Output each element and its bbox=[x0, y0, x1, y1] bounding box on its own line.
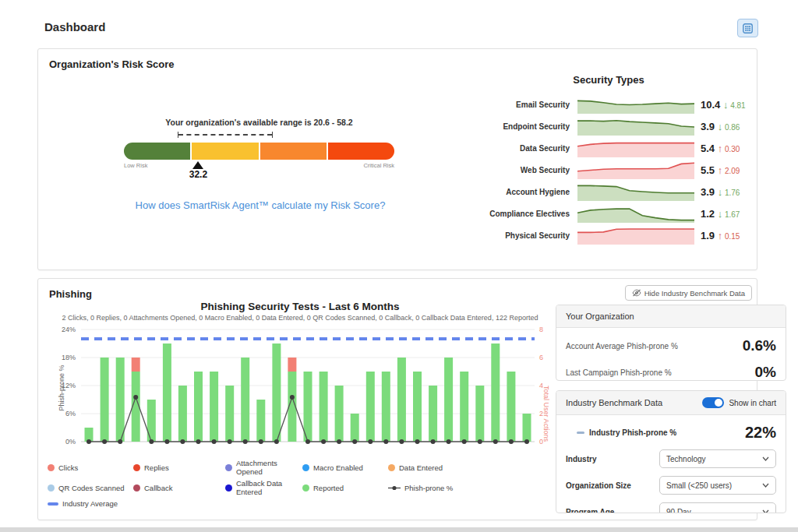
page-title: Dashboard bbox=[44, 20, 105, 33]
show-in-chart-label: Show in chart bbox=[729, 399, 776, 407]
chevron-down-icon bbox=[762, 456, 769, 461]
legend-item: Data Entered bbox=[388, 459, 553, 476]
industry-field-row: Industry Technology bbox=[556, 446, 786, 472]
org-size-field-label: Organization Size bbox=[566, 481, 631, 490]
grid-icon bbox=[743, 23, 753, 33]
chart-title: Phishing Security Tests - Last 6 Months bbox=[48, 301, 553, 312]
phishing-panel: Phishing Hide Industry Benchmark Data Ph… bbox=[37, 278, 757, 520]
chart-legend: ClicksRepliesAttachments OpenedMacro Ena… bbox=[48, 459, 553, 508]
legend-dot-icon bbox=[48, 464, 55, 471]
program-age-field-row: Program Age 90 Day bbox=[556, 499, 786, 513]
dashboard-grid-button[interactable] bbox=[737, 19, 758, 37]
dashboard-page: Dashboard Organization's Risk Score Your… bbox=[0, 0, 798, 532]
risk-gauge-segment-2 bbox=[260, 143, 327, 160]
toggle-knob bbox=[715, 399, 722, 407]
risk-gauge-bar bbox=[124, 143, 394, 160]
risk-score-pointer bbox=[192, 161, 203, 169]
risk-range-indicator bbox=[178, 132, 272, 138]
org-average-value: 0.6% bbox=[743, 337, 776, 354]
endpoint-security-sparkline bbox=[577, 118, 694, 136]
security-type-value: 1.2 ↓ 1.67 bbox=[694, 208, 740, 220]
security-type-delta: 1.76 bbox=[722, 188, 740, 197]
chevron-down-icon bbox=[762, 483, 769, 488]
legend-item: Phish-prone % bbox=[388, 479, 553, 496]
legend-label: Replies bbox=[144, 463, 169, 472]
security-type-row-0: Email Security10.4 ↓ 4.81 bbox=[468, 93, 749, 115]
legend-label: Reported bbox=[313, 484, 344, 492]
legend-item: Callback Data Entered bbox=[225, 479, 302, 496]
security-type-label: Endpoint Security bbox=[468, 122, 577, 131]
left-axis-tick: 12% bbox=[48, 382, 76, 389]
legend-label: Attachments Opened bbox=[236, 459, 302, 476]
email-security-sparkline bbox=[577, 96, 694, 114]
security-type-delta: 4.81 bbox=[728, 101, 745, 110]
physical-security-sparkline bbox=[577, 227, 694, 245]
left-axis-tick: 18% bbox=[48, 354, 76, 361]
security-type-value: 3.9 ↓ 0.86 bbox=[694, 121, 740, 132]
legend-dash-icon bbox=[48, 502, 58, 506]
risk-gauge-segment-0 bbox=[124, 143, 190, 160]
industry-phish-prone-value: 22% bbox=[745, 424, 776, 442]
legend-item: Clicks bbox=[48, 459, 133, 476]
chevron-down-icon bbox=[762, 509, 769, 513]
legend-dot-icon bbox=[388, 464, 395, 471]
legend-item: Reported bbox=[302, 479, 388, 496]
legend-line-dot-icon bbox=[388, 484, 401, 491]
security-type-label: Compliance Electives bbox=[468, 210, 577, 218]
account-hygiene-sparkline bbox=[577, 183, 694, 201]
security-types-title: Security Types bbox=[468, 74, 749, 86]
right-axis-tick: 8 bbox=[539, 326, 543, 333]
risk-score-value: 32.2 bbox=[189, 169, 207, 180]
industry-benchmark-header: Industry Benchmark Data Show in chart bbox=[556, 391, 786, 415]
program-age-field-label: Program Age bbox=[566, 508, 614, 514]
phishing-plot-area: Phish-prone % Total User Actions 0%6%12%… bbox=[48, 323, 553, 453]
industry-phish-prone-label: Industry Phish-prone % bbox=[566, 428, 676, 437]
security-type-delta: 0.86 bbox=[722, 123, 740, 132]
industry-phish-prone-row: Industry Phish-prone % 22% bbox=[556, 420, 786, 446]
phishing-panel-title: Phishing bbox=[49, 288, 92, 300]
risk-score-help-link[interactable]: How does SmartRisk Agent™ calculate my R… bbox=[93, 199, 428, 211]
org-average-label: Account Average Phish-prone % bbox=[566, 342, 678, 351]
hide-industry-benchmark-button[interactable]: Hide Industry Benchmark Data bbox=[625, 285, 752, 301]
security-type-value: 10.4 ↓ 4.81 bbox=[694, 99, 746, 111]
industry-field-label: Industry bbox=[566, 455, 596, 463]
legend-label: Phish-prone % bbox=[404, 484, 453, 492]
legend-label: Callback bbox=[144, 484, 172, 492]
compliance-electives-sparkline bbox=[577, 205, 694, 223]
legend-label: Callback Data Entered bbox=[236, 479, 302, 496]
risk-low-label: Low Risk bbox=[124, 162, 147, 169]
legend-label: Macro Enabled bbox=[313, 463, 363, 472]
security-type-delta: 0.30 bbox=[722, 145, 740, 153]
phishing-chart: Phishing Security Tests - Last 6 Months … bbox=[48, 301, 553, 508]
eye-off-icon bbox=[632, 289, 641, 297]
security-type-row-6: Physical Security1.9 ↑ 0.15 bbox=[468, 224, 749, 246]
security-type-delta: 1.67 bbox=[722, 210, 740, 219]
program-age-select[interactable]: 90 Day bbox=[659, 502, 776, 513]
organization-size-select[interactable]: Small (<250 users) bbox=[659, 476, 776, 495]
left-axis-tick: 0% bbox=[48, 438, 76, 446]
security-type-value: 3.9 ↓ 1.76 bbox=[694, 186, 740, 198]
risk-gauge-segment-1 bbox=[192, 143, 258, 160]
legend-item: Callback bbox=[133, 479, 225, 496]
security-type-delta: 2.09 bbox=[722, 167, 740, 175]
org-average-row: Account Average Phish-prone % 0.6% bbox=[556, 333, 786, 359]
risk-range-text: Your organization's available range is 2… bbox=[124, 118, 394, 127]
industry-benchmark-title: Industry Benchmark Data bbox=[566, 398, 662, 407]
industry-benchmark-card: Industry Benchmark Data Show in chart In… bbox=[556, 390, 786, 513]
industry-select[interactable]: Technology bbox=[659, 449, 776, 468]
chart-subtitle: 2 Clicks, 0 Replies, 0 Attachments Opene… bbox=[48, 314, 553, 322]
right-axis-tick: 0 bbox=[539, 438, 543, 446]
security-type-row-3: Web Security5.5 ↑ 2.09 bbox=[468, 159, 749, 181]
right-axis-tick: 2 bbox=[539, 410, 543, 417]
legend-dot-icon bbox=[48, 484, 55, 491]
risk-critical-label: Critical Risk bbox=[363, 162, 394, 169]
risk-gauge-segment-3 bbox=[328, 143, 394, 160]
risk-panel-title: Organization's Risk Score bbox=[49, 58, 175, 70]
security-type-delta: 0.15 bbox=[722, 232, 740, 241]
legend-item: Macro Enabled bbox=[302, 459, 388, 476]
your-organization-header: Your Organization bbox=[556, 305, 786, 328]
right-axis-tick: 4 bbox=[539, 382, 543, 389]
show-in-chart-toggle[interactable] bbox=[702, 397, 724, 408]
security-type-row-5: Compliance Electives1.2 ↓ 1.67 bbox=[468, 203, 749, 224]
legend-label: Clicks bbox=[58, 463, 78, 472]
